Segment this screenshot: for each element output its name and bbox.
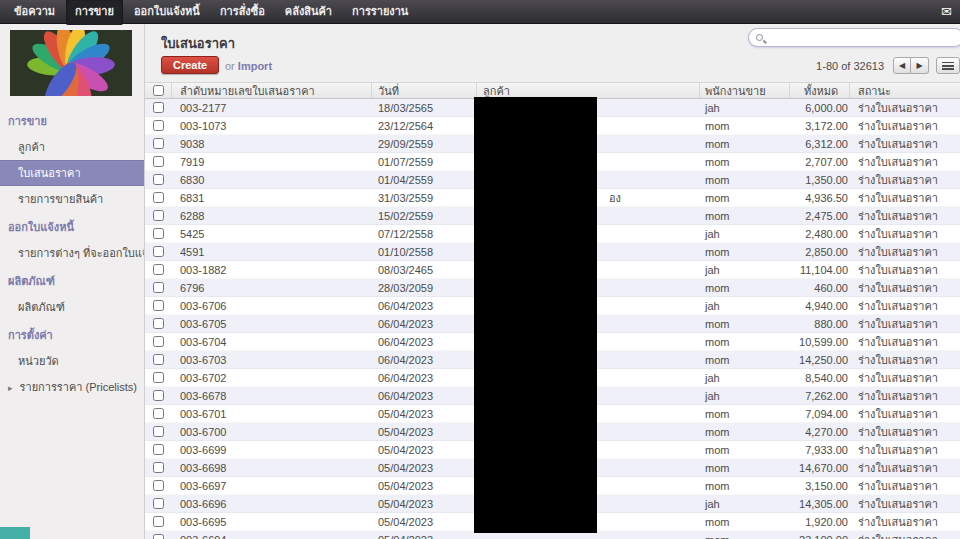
search-icon[interactable] [756,34,763,41]
sidebar-item[interactable]: ลูกค้า [0,134,144,160]
cell-total: 4,936.50 [790,189,850,207]
row-checkbox-cell [145,102,172,113]
row-checkbox-cell [145,120,172,131]
cell-quotation-number: 7919 [172,156,372,168]
cell-total: 4,940.00 [790,297,850,315]
row-checkbox[interactable] [153,462,164,473]
row-checkbox[interactable] [153,228,164,239]
sidebar-item[interactable]: ผลิตภัณฑ์ [0,294,144,320]
topbar-menu-item[interactable]: การรายงาน [343,0,417,25]
row-checkbox[interactable] [153,192,164,203]
cell-customer [477,534,700,539]
cell-status: ร่างใบเสนอราคา [850,531,960,539]
sidebar-item[interactable]: ใบเสนอราคา [0,160,144,186]
sidebar-item[interactable]: ▸ รายการราคา (Pricelists) [0,374,144,400]
row-checkbox[interactable] [153,426,164,437]
col-customer[interactable]: ลูกค้า [477,83,700,98]
cell-status: ร่างใบเสนอราคา [850,261,960,279]
expander-icon[interactable]: ▸ [8,383,13,393]
cell-date: 01/07/2559 [372,156,477,168]
cell-total: 460.00 [790,279,850,297]
search-box[interactable] [748,28,960,47]
row-checkbox[interactable] [153,444,164,455]
cell-quotation-number: 003-1073 [172,120,372,132]
sidebar-item[interactable]: รายการต่างๆ ที่จะออกใบแจ้... [0,240,144,266]
import-link[interactable]: Import [238,60,272,72]
row-checkbox[interactable] [153,498,164,509]
row-checkbox[interactable] [153,120,164,131]
row-checkbox[interactable] [153,318,164,329]
col-total[interactable]: ทั้งหมด [790,83,850,98]
sidebar-nav: การขาย ลูกค้า ใบเสนอราคา รายการขายสินค้า… [0,106,144,400]
row-checkbox[interactable] [153,336,164,347]
sidebar-section-items: รายการต่างๆ ที่จะออกใบแจ้... [0,240,144,266]
topbar-menu-item[interactable]: ข้อความ [5,0,64,25]
row-checkbox[interactable] [153,534,164,539]
topbar-menus: ข้อความการขายออกใบแจ้งหนี้การสั่งซื้อคลั… [5,0,419,25]
topbar-menu-item[interactable]: การสั่งซื้อ [211,0,274,25]
envelope-icon[interactable]: ✉ [941,5,952,18]
select-all-checkbox[interactable] [153,85,164,96]
row-checkbox[interactable] [153,210,164,221]
row-checkbox[interactable] [153,480,164,491]
cell-salesperson: mom [700,462,790,474]
cell-quotation-number: 6830 [172,174,372,186]
row-checkbox-cell [145,228,172,239]
row-checkbox[interactable] [153,174,164,185]
cell-quotation-number: 003-6699 [172,444,372,456]
cell-total: 2,707.00 [790,153,850,171]
col-date[interactable]: วันที่ [372,83,477,98]
prev-page-button[interactable]: ◀ [893,57,911,74]
row-checkbox-cell [145,138,172,149]
next-page-button[interactable]: ▶ [911,57,929,74]
cell-quotation-number: 6288 [172,210,372,222]
row-checkbox-cell [145,534,172,539]
sidebar-section-items: หน่วยวัด ▸ รายการราคา (Pricelists) [0,348,144,400]
sidebar-item-label: ลูกค้า [18,141,45,153]
sidebar-section-header[interactable]: การขาย [0,106,144,134]
row-checkbox[interactable] [153,246,164,257]
redaction-box [474,97,597,533]
col-status[interactable]: สถานะ [850,83,960,98]
cell-status: ร่างใบเสนอราคา [850,243,960,261]
topbar-menu-item[interactable]: คลังสินค้า [276,0,341,25]
list-view-switcher-button[interactable] [936,57,960,74]
sidebar-section-header[interactable]: ผลิตภัณฑ์ [0,266,144,294]
cell-status: ร่างใบเสนอราคา [850,441,960,459]
row-checkbox[interactable] [153,408,164,419]
cell-salesperson: jah [700,228,790,240]
row-checkbox[interactable] [153,156,164,167]
sidebar-section: การตั้งค่า หน่วยวัด ▸ รายการราคา (Pricel… [0,320,144,400]
row-checkbox-cell [145,264,172,275]
row-checkbox[interactable] [153,516,164,527]
cell-status: ร่างใบเสนอราคา [850,315,960,333]
row-checkbox-cell [145,354,172,365]
col-salesperson[interactable]: พนักงานขาย [700,83,790,98]
col-quotation-number[interactable]: ลำดับหมายเลขใบเสนอราคา [172,83,372,98]
search-input[interactable] [763,30,960,45]
row-checkbox[interactable] [153,282,164,293]
cell-total: 7,094.00 [790,405,850,423]
sidebar-section-header[interactable]: ออกใบแจ้งหนี้ [0,212,144,240]
cell-total: 1,350.00 [790,171,850,189]
sidebar-item[interactable]: รายการขายสินค้า [0,186,144,212]
topbar-menu-item[interactable]: การขาย [66,0,123,25]
cell-quotation-number: 003-6678 [172,390,372,402]
sidebar-section-header[interactable]: การตั้งค่า [0,320,144,348]
cell-total: 3,172.00 [790,117,850,135]
row-checkbox-cell [145,390,172,401]
row-checkbox[interactable] [153,300,164,311]
row-checkbox[interactable] [153,102,164,113]
create-button[interactable]: Create [161,56,219,74]
row-checkbox[interactable] [153,264,164,275]
cell-salesperson: mom [700,444,790,456]
row-checkbox[interactable] [153,354,164,365]
topbar-menu-item[interactable]: ออกใบแจ้งหนี้ [125,0,209,25]
row-checkbox[interactable] [153,372,164,383]
cell-quotation-number: 003-6695 [172,516,372,528]
sidebar-item[interactable]: หน่วยวัด [0,348,144,374]
row-checkbox[interactable] [153,138,164,149]
row-checkbox[interactable] [153,390,164,401]
or-import-text: or Import [225,60,272,72]
company-logo [10,30,132,96]
